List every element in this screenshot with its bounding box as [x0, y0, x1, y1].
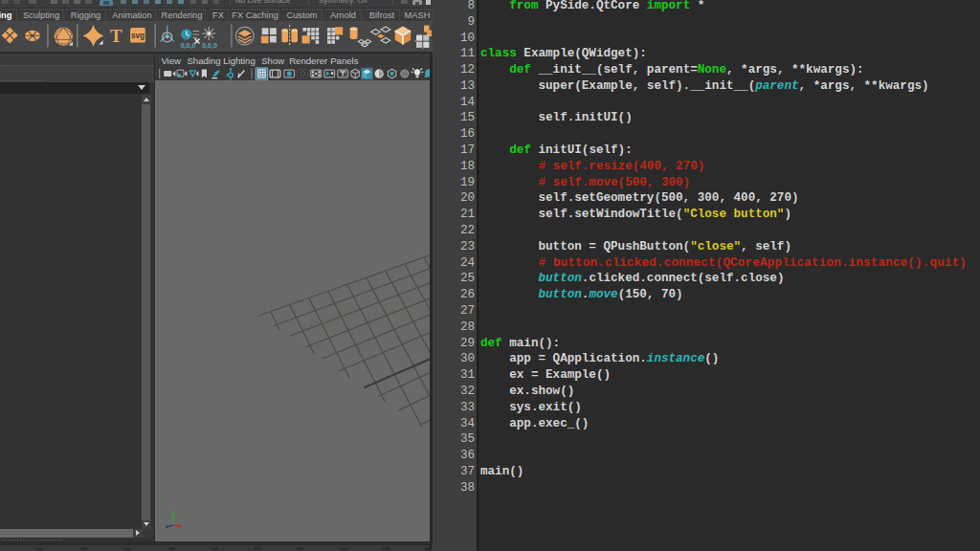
svg-text:0,0,0: 0,0,0 — [202, 41, 217, 49]
svg-text:0,0,0: 0,0,0 — [181, 41, 196, 49]
svg-text:svg: svg — [131, 32, 145, 40]
svg-text:y: y — [172, 506, 175, 512]
svg-text:T: T — [110, 25, 122, 45]
